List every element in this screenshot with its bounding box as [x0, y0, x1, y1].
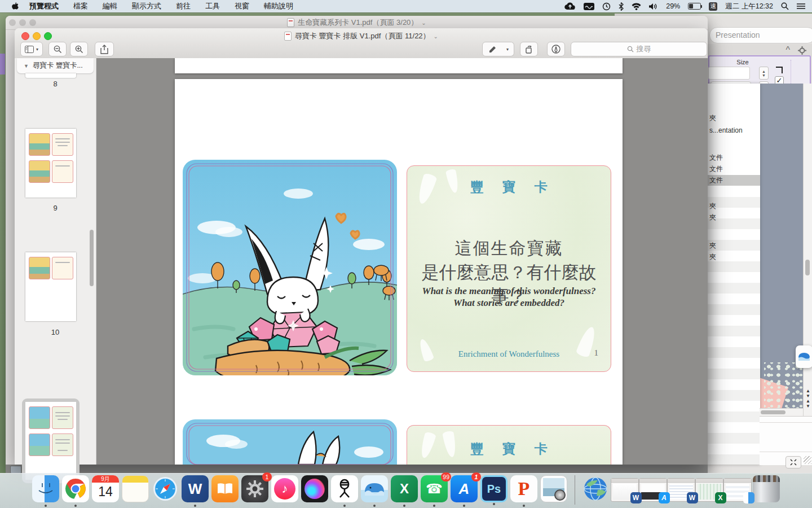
dock-appstore-icon[interactable]: 1 A	[451, 475, 478, 502]
dock-siri-icon[interactable]	[301, 475, 328, 502]
titlebar[interactable]: 尋寶卡 豐寶卡 排版 V1.pdf（頁面 11/22） ⌄ ▾ ▾	[15, 28, 708, 59]
highlight-menu-button[interactable]: ▾	[501, 42, 514, 56]
close-button-inactive[interactable]	[9, 19, 16, 26]
input-method-badge[interactable]: 速	[709, 2, 717, 11]
list-item[interactable]: 夾	[707, 240, 760, 251]
fullscreen-icon[interactable]	[785, 456, 801, 468]
window-title-row: 尋寶卡 豐寶卡 排版 V1.pdf（頁面 11/22） ⌄	[15, 31, 708, 41]
menu-clock[interactable]: 週二 上午12:32	[725, 2, 773, 11]
menu-edit[interactable]: 編輯	[103, 1, 117, 11]
width-field[interactable]	[708, 67, 750, 80]
list-item[interactable]: s...entation	[707, 125, 760, 136]
list-item[interactable]: 夾	[707, 252, 760, 262]
list-item[interactable]: 夾	[707, 201, 760, 212]
menu-app[interactable]: 預覽程式	[29, 1, 59, 11]
dock-safari-icon[interactable]	[152, 475, 179, 502]
dock-word-icon[interactable]: W	[182, 475, 209, 502]
thumbnail-page-10[interactable]	[25, 252, 76, 321]
bluetooth-icon[interactable]	[619, 2, 624, 11]
menu-window[interactable]: 視窗	[235, 1, 249, 11]
dock-whatsapp-icon[interactable]: 99 ☎	[421, 475, 448, 502]
gear-icon[interactable]	[798, 46, 806, 55]
zoom-out-button[interactable]	[48, 42, 67, 56]
dock-photoshop-icon[interactable]: Ps	[480, 475, 508, 502]
width-stepper[interactable]: ▲▼	[759, 67, 769, 80]
apple-menu-icon[interactable]	[11, 2, 19, 11]
resize-handle[interactable]	[804, 456, 811, 464]
dock-network-globe-icon[interactable]	[582, 475, 609, 502]
dock-trash-icon[interactable]	[753, 475, 780, 502]
share-button[interactable]	[95, 42, 114, 56]
card-question-zh-line1: 這個生命寶藏	[407, 237, 611, 260]
dock-whale-icon[interactable]	[361, 475, 388, 502]
thumb-card-text	[52, 160, 73, 183]
dock-excel-icon[interactable]: X	[391, 475, 418, 502]
notification-center-icon[interactable]	[797, 3, 805, 10]
cloud-upload-icon[interactable]	[564, 2, 576, 10]
list-item[interactable]: 夾	[707, 212, 760, 223]
menu-help[interactable]: 輔助說明	[264, 1, 293, 11]
disclosure-triangle-icon[interactable]: ▼	[24, 63, 29, 69]
wifi-icon[interactable]	[632, 3, 641, 10]
horizontal-scrollbar[interactable]	[761, 410, 785, 414]
list-stripes	[707, 186, 760, 465]
volume-icon[interactable]	[649, 3, 658, 10]
dock-finder-icon[interactable]	[32, 475, 59, 502]
input-source-dark-icon[interactable]	[584, 3, 594, 10]
rotate-button[interactable]	[520, 42, 538, 56]
menu-tools[interactable]: 工具	[205, 1, 220, 11]
keynote-presentation-field[interactable]: Presentation	[709, 27, 812, 43]
page-number-8: 8	[15, 80, 96, 88]
menu-file[interactable]: 檔案	[73, 1, 88, 11]
list-item-selected[interactable]: 文件	[707, 175, 760, 186]
dock-screenshot-icon[interactable]	[540, 475, 567, 502]
sidebar-scrollbar[interactable]	[90, 230, 94, 286]
spotlight-icon[interactable]	[781, 2, 789, 10]
dock-powerpoint-icon[interactable]: P	[510, 475, 537, 502]
chevron-down-icon[interactable]: ⌄	[421, 20, 426, 26]
dock-minimized-finder-window[interactable]	[723, 478, 752, 502]
card-question-en-line2: What stories are embedded?	[407, 297, 611, 309]
bottom-tool-icon[interactable]	[10, 466, 21, 474]
list-item[interactable]: 文件	[707, 152, 760, 163]
pdf-content-area[interactable]: 豐 寶 卡 這個生命寶藏 是什麼意思？有什麼故事？ What is the me…	[96, 58, 708, 465]
dock-mic-character-icon[interactable]	[331, 475, 358, 502]
dock-music-icon[interactable]: ♪	[271, 475, 298, 502]
dock-minimized-word-window-2[interactable]: W	[667, 478, 695, 502]
ps-label: Ps	[487, 483, 501, 496]
dock-minimized-excel-window[interactable]: X	[695, 478, 723, 502]
zoom-in-button[interactable]	[70, 42, 88, 56]
zoom-stepper[interactable]: ▲▼ ▲▼	[804, 388, 812, 409]
thumb-card-art	[29, 433, 50, 456]
sidebar-toggle-button[interactable]: ▾	[20, 42, 43, 56]
list-item[interactable]: 文件	[707, 164, 760, 174]
chevron-down-icon[interactable]: ⌄	[434, 33, 438, 40]
highlight-button[interactable]	[482, 42, 502, 56]
sidebar-section-header[interactable]: ▼ 尋寶卡 豐寶卡...	[17, 58, 94, 73]
list-item[interactable]: 夾	[707, 113, 760, 124]
thumbnail-page-8-partial[interactable]	[25, 73, 76, 78]
zoom-button-inactive[interactable]	[29, 19, 36, 26]
time-machine-icon[interactable]	[602, 2, 611, 11]
badge: 1	[262, 472, 272, 481]
menu-go[interactable]: 前往	[176, 1, 191, 11]
floating-whale-icon[interactable]	[796, 345, 812, 368]
collapse-icon[interactable]: ^	[785, 45, 790, 55]
thumb-card-text	[52, 133, 73, 156]
dock-minimized-appstore-window[interactable]: A	[639, 478, 667, 502]
thumb-card-art	[29, 257, 50, 279]
search-input[interactable]: 搜尋	[571, 42, 707, 56]
dock-calendar-icon[interactable]: 9月 14	[92, 475, 119, 502]
dock-books-icon[interactable]	[211, 475, 239, 502]
thumbnail-page-9[interactable]	[25, 129, 76, 198]
dock-minimized-word-window[interactable]: W	[611, 478, 639, 502]
dock-notes-icon[interactable]	[122, 475, 149, 502]
minimize-button-inactive[interactable]	[19, 19, 26, 26]
dock-settings-icon[interactable]: 1	[241, 475, 268, 502]
vertical-scrollbar[interactable]	[805, 260, 810, 275]
thumbnail-page-11-selected[interactable]	[25, 402, 76, 480]
menu-view[interactable]: 顯示方式	[132, 1, 161, 11]
dock-chrome-icon[interactable]	[62, 475, 89, 502]
calendar-day: 14	[92, 483, 119, 501]
markup-button[interactable]	[547, 42, 565, 56]
